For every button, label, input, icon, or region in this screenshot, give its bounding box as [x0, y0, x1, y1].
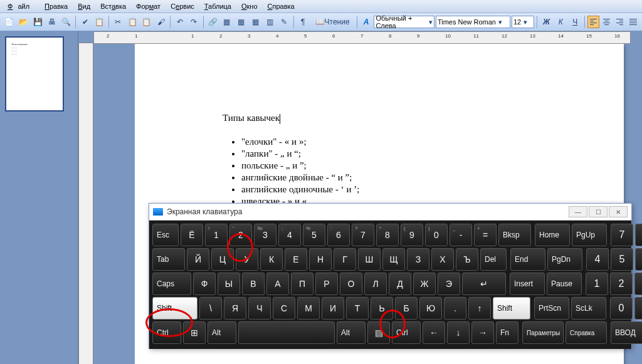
key-1[interactable]: 1	[586, 273, 608, 295]
key-fn[interactable]: Fn	[496, 321, 518, 344]
key-prtscn[interactable]: PrtScn	[534, 297, 569, 320]
key-8[interactable]: 8*	[376, 224, 399, 246]
preview-icon[interactable]: 🔍	[60, 15, 73, 29]
key-г[interactable]: Г	[334, 248, 356, 271]
key-[interactable]: .	[444, 297, 466, 320]
key-ю[interactable]: Ю	[419, 297, 442, 320]
key-4[interactable]: 4	[586, 248, 609, 271]
paste-icon[interactable]: 📋	[140, 15, 153, 29]
maximize-button[interactable]: ☐	[589, 206, 608, 217]
key-п[interactable]: П	[291, 273, 313, 295]
style-combo[interactable]: Обычный + Слева▾	[374, 16, 434, 28]
spellcheck-icon[interactable]: ✔	[78, 15, 92, 29]
key-shift[interactable]: Shift	[493, 297, 530, 320]
drawing-icon[interactable]: ✎	[278, 15, 291, 29]
align-left-button[interactable]	[587, 16, 599, 28]
key-end[interactable]: End	[510, 248, 545, 271]
key-к[interactable]: К	[260, 248, 283, 271]
menu-tools[interactable]: Сервис	[166, 1, 199, 11]
key-[interactable]: ←	[423, 321, 445, 344]
key-[interactable]: =+	[474, 224, 497, 246]
bold-button[interactable]: Ж	[540, 15, 553, 29]
key-[interactable]: ↓	[447, 321, 470, 344]
size-combo[interactable]: 12▾	[512, 16, 534, 28]
key-2[interactable]: 2"	[229, 224, 252, 246]
key-о[interactable]: О	[340, 273, 362, 295]
styles-icon[interactable]: A	[360, 15, 373, 29]
menu-window[interactable]: Окно	[236, 1, 263, 11]
key-2[interactable]: 2	[610, 273, 633, 295]
key-с[interactable]: С	[273, 297, 295, 320]
key-[interactable]: ↵	[462, 273, 506, 295]
para-icon[interactable]: ¶	[297, 15, 310, 29]
key-tab[interactable]: Tab	[152, 248, 185, 271]
key-ввод[interactable]: ВВОД	[611, 321, 642, 344]
key-6[interactable]: 6	[635, 248, 642, 271]
cut-icon[interactable]: ✂	[112, 15, 125, 29]
key-esc[interactable]: Esc	[152, 224, 179, 246]
open-icon[interactable]: 📂	[17, 15, 30, 29]
key-1[interactable]: 1!	[205, 224, 228, 246]
underline-button[interactable]: Ч	[569, 15, 582, 29]
key-pgup[interactable]: PgUp	[572, 224, 607, 246]
key-shift[interactable]: Shift	[152, 297, 197, 320]
key-home[interactable]: Home	[535, 224, 570, 246]
key-в[interactable]: В	[242, 273, 265, 295]
key-5[interactable]: 5	[611, 248, 633, 271]
key-3[interactable]: 3№	[254, 224, 276, 246]
key-й[interactable]: Й	[187, 248, 209, 271]
key-[interactable]: .	[634, 297, 642, 320]
key-5[interactable]: 5%	[303, 224, 325, 246]
key-caps[interactable]: Caps	[152, 273, 191, 295]
menu-help[interactable]: Справка	[263, 1, 300, 11]
key-bksp[interactable]: Bksp	[498, 224, 531, 246]
key-[interactable]: ↑	[468, 297, 491, 320]
minimize-button[interactable]: —	[569, 206, 587, 217]
osk-titlebar[interactable]: Экранная клавиатура — ☐ ✕	[149, 204, 631, 221]
menu-table[interactable]: Таблица	[199, 1, 236, 11]
table-icon[interactable]: ▦	[221, 15, 234, 29]
key-ctrl[interactable]: Ctrl	[152, 321, 181, 344]
key-т[interactable]: Т	[346, 297, 369, 320]
key-ж[interactable]: Ж	[413, 273, 436, 295]
key-а[interactable]: А	[266, 273, 289, 295]
key-[interactable]: -_	[450, 224, 472, 246]
key-н[interactable]: Н	[309, 248, 332, 271]
key-д[interactable]: Д	[389, 273, 411, 295]
key-ш[interactable]: Ш	[358, 248, 381, 271]
key-ctrl[interactable]: Ctrl	[392, 321, 421, 344]
columns-icon[interactable]: ▥	[263, 15, 276, 29]
key-[interactable]: ⊞	[183, 321, 206, 344]
menu-file[interactable]: Файл	[3, 1, 39, 11]
key-я[interactable]: Я	[224, 297, 246, 320]
key-щ[interactable]: Щ	[382, 248, 405, 271]
new-doc-icon[interactable]: 📄	[3, 15, 16, 29]
copy-icon[interactable]: 📋	[126, 15, 139, 29]
key-л[interactable]: Л	[364, 273, 387, 295]
align-justify-button[interactable]	[627, 16, 639, 28]
key-7[interactable]: 7?	[352, 224, 374, 246]
excel-icon[interactable]: ▦	[249, 15, 262, 29]
key-6[interactable]: 6:	[327, 224, 350, 246]
key-е[interactable]: Е	[285, 248, 307, 271]
key-9[interactable]: 9(	[401, 224, 423, 246]
key-ы[interactable]: Ы	[218, 273, 240, 295]
horizontal-ruler[interactable]: 211234567891011121314151617	[93, 31, 631, 44]
key-8[interactable]: 8	[635, 224, 642, 246]
key-insert[interactable]: Insert	[510, 273, 545, 295]
align-right-button[interactable]	[614, 16, 626, 28]
format-painter-icon[interactable]: 🖌	[154, 15, 167, 29]
key-[interactable]: ▤	[367, 321, 390, 344]
key-7[interactable]: 7	[611, 224, 633, 246]
key-0[interactable]: 0	[610, 297, 633, 320]
key-и[interactable]: И	[322, 297, 344, 320]
page-thumbnail[interactable]: Типы кавычек........................	[5, 36, 64, 112]
key-ц[interactable]: Ц	[211, 248, 234, 271]
key-м[interactable]: М	[297, 297, 320, 320]
key-3[interactable]: 3	[634, 273, 642, 295]
key-р[interactable]: Р	[315, 273, 338, 295]
key-э[interactable]: Э	[438, 273, 460, 295]
undo-icon[interactable]: ↶	[173, 15, 186, 29]
align-center-button[interactable]	[601, 16, 613, 28]
key-pgdn[interactable]: PgDn	[547, 248, 582, 271]
